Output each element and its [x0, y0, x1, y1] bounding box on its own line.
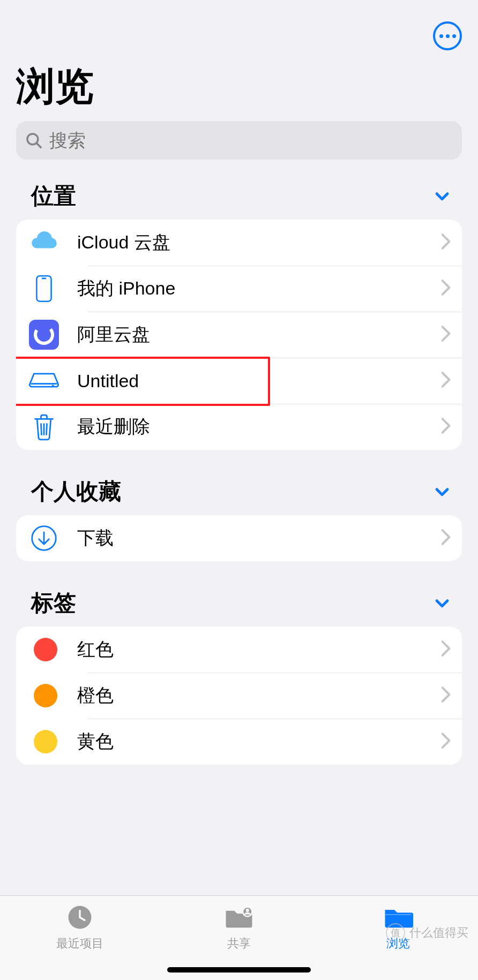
row-label: 黄色	[77, 729, 440, 754]
svg-line-10	[47, 424, 47, 435]
svg-point-0	[27, 134, 38, 145]
watermark: 值 什么值得买	[386, 923, 468, 943]
tag-color-dot	[29, 727, 59, 757]
tab-label: 共享	[227, 936, 251, 952]
row-label: 下载	[77, 526, 440, 551]
locations-list: iCloud 云盘 我的 iPhone 阿里云盘 Untitled	[16, 220, 462, 450]
svg-rect-4	[29, 320, 59, 350]
watermark-badge: 值	[386, 923, 405, 943]
chevron-right-icon	[440, 233, 451, 252]
row-label: Untitled	[77, 371, 440, 391]
favorite-row-downloads[interactable]: 下载	[16, 515, 462, 561]
chevron-right-icon	[440, 325, 451, 344]
tag-row-orange[interactable]: 橙色	[16, 673, 462, 719]
svg-point-7	[52, 385, 54, 387]
tag-color-dot	[29, 681, 59, 711]
tab-shared[interactable]: 共享	[185, 902, 293, 952]
tag-color-dot	[29, 635, 59, 665]
row-label: 红色	[77, 637, 440, 662]
chevron-right-icon	[440, 732, 451, 751]
top-bar	[0, 0, 478, 50]
search-input[interactable]	[49, 130, 453, 151]
location-row-icloud[interactable]: iCloud 云盘	[16, 220, 462, 266]
row-label: 阿里云盘	[77, 322, 440, 347]
tags-list: 红色 橙色 黄色	[16, 627, 462, 765]
search-field[interactable]	[16, 121, 462, 160]
location-row-trash[interactable]: 最近删除	[16, 404, 462, 450]
chevron-down-icon[interactable]	[433, 594, 451, 612]
location-row-untitled[interactable]: Untitled	[16, 358, 462, 404]
svg-point-15	[246, 909, 249, 912]
tags-header[interactable]: 标签	[0, 588, 478, 618]
favorites-title: 个人收藏	[31, 477, 121, 507]
home-indicator[interactable]	[167, 967, 311, 973]
svg-line-1	[37, 144, 42, 148]
tags-title: 标签	[31, 588, 76, 618]
row-label: 我的 iPhone	[77, 276, 440, 301]
svg-line-8	[41, 424, 42, 435]
chevron-right-icon	[440, 371, 451, 390]
chevron-right-icon	[440, 529, 451, 548]
download-icon	[29, 523, 59, 553]
page-title: 浏览	[0, 50, 478, 121]
chevron-right-icon	[440, 686, 451, 705]
tab-recent[interactable]: 最近项目	[26, 902, 133, 952]
svg-rect-3	[42, 278, 47, 280]
row-label: iCloud 云盘	[77, 230, 440, 255]
locations-header[interactable]: 位置	[0, 181, 478, 211]
more-options-button[interactable]	[433, 21, 462, 50]
aliyun-icon	[29, 320, 59, 350]
chevron-down-icon[interactable]	[433, 483, 451, 501]
icloud-icon	[29, 228, 59, 258]
tag-row-yellow[interactable]: 黄色	[16, 719, 462, 765]
shared-folder-icon	[224, 902, 254, 932]
location-row-aliyun[interactable]: 阿里云盘	[16, 312, 462, 358]
location-row-iphone[interactable]: 我的 iPhone	[16, 266, 462, 312]
chevron-right-icon	[440, 417, 451, 436]
chevron-right-icon	[440, 279, 451, 298]
locations-title: 位置	[31, 181, 76, 211]
tab-label: 最近项目	[56, 936, 103, 952]
iphone-icon	[29, 274, 59, 304]
row-label: 橙色	[77, 683, 440, 708]
chevron-right-icon	[440, 640, 451, 659]
chevron-down-icon[interactable]	[433, 187, 451, 205]
trash-icon	[29, 412, 59, 442]
favorites-header[interactable]: 个人收藏	[0, 477, 478, 507]
row-label: 最近删除	[77, 414, 440, 439]
favorites-list: 下载	[16, 515, 462, 561]
watermark-text: 什么值得买	[409, 925, 468, 941]
svg-rect-2	[36, 276, 51, 301]
tag-row-red[interactable]: 红色	[16, 627, 462, 673]
clock-icon	[65, 902, 95, 932]
external-drive-icon	[29, 366, 59, 396]
search-icon	[25, 131, 43, 149]
